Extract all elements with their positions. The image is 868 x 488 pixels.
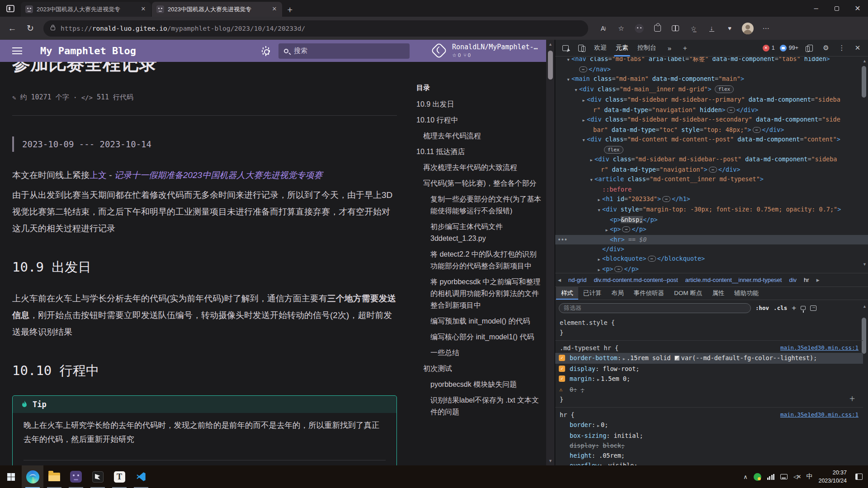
message-badge-icon[interactable] <box>780 45 787 52</box>
close-button[interactable]: ✕ <box>847 0 868 17</box>
address-bar[interactable]: https://ronald-luo.gitee.io/mypamphlet-b… <box>43 20 588 37</box>
expand-arrow-icon[interactable]: ▶ <box>588 155 594 165</box>
taskbar-explorer[interactable] <box>43 465 65 488</box>
toc-item[interactable]: 再次梳理去年代码的大致流程 <box>416 162 542 174</box>
tray-green-app-icon[interactable] <box>754 473 761 481</box>
tab-close-icon[interactable]: ✕ <box>139 5 147 14</box>
elements-tree[interactable]: ▼<nav class="md-tabs" aria-label="标签" da… <box>555 57 868 273</box>
expand-arrow-icon[interactable]: ▶ <box>580 116 587 125</box>
refresh-button[interactable]: ↻ <box>23 21 38 36</box>
color-swatch[interactable] <box>675 356 679 361</box>
css-property[interactable]: ✓border-bottom:▶.15rem solid var(--md-de… <box>555 353 863 364</box>
add-rule-icon[interactable]: ＋ <box>848 392 857 404</box>
expand-arrow-icon[interactable]: ▶ <box>596 255 602 264</box>
tree-node[interactable]: ▼<div class="md-main__inner md-grid">fle… <box>555 84 868 95</box>
collapsed-content-icon[interactable]: ⋯ <box>662 196 670 202</box>
downloads-icon[interactable]: ↓ <box>706 23 717 34</box>
add-panel-icon[interactable]: ＋ <box>678 41 692 55</box>
device-toolbar-icon[interactable] <box>574 41 588 55</box>
tree-node[interactable]: ▼<nav class="md-tabs" aria-label="标签" da… <box>555 57 868 65</box>
toc-item[interactable]: 编写核心部分 init_model1() 代码 <box>416 331 542 343</box>
collapsed-content-icon[interactable]: ⋯ <box>579 66 587 72</box>
collapsed-content-icon[interactable]: ⋯ <box>614 266 623 272</box>
tree-node[interactable]: bar" data-md-type="toc" style="top: 48px… <box>555 125 868 135</box>
tab-close-icon[interactable]: ✕ <box>270 5 278 14</box>
property-checkbox[interactable]: ✓ <box>559 355 565 361</box>
tree-node[interactable]: ▼<div style="margin-top: -30px; font-siz… <box>555 205 868 215</box>
more-tabs-icon[interactable]: » <box>663 41 676 55</box>
tree-node[interactable]: ▶<p>⋯</p> <box>555 225 868 235</box>
devtools-menu-icon[interactable]: ⋮ <box>835 41 849 55</box>
styles-filter-input[interactable]: 筛选器 <box>559 303 751 313</box>
favorite-star-icon[interactable]: ☆ <box>615 23 627 34</box>
tree-node[interactable]: </div> <box>555 244 868 254</box>
tree-node[interactable]: ▼<article class="md-content__inner md-ty… <box>555 174 868 185</box>
toc-item[interactable]: 识别结果label不保存为 .txt 文本文件的问题 <box>416 394 542 418</box>
toc-item[interactable]: 将 pyorbbecsdk 中之前编写和整理的相机调用功能和分割算法的文件整合到… <box>416 276 542 311</box>
styles-tab[interactable]: DOM 断点 <box>669 287 707 300</box>
tree-scroll-up-icon[interactable]: ▲ <box>863 59 867 63</box>
tree-node[interactable]: r" data-md-type="navigation" hidden>⋯</d… <box>555 105 868 115</box>
open-panel-icon[interactable] <box>810 305 816 311</box>
class-toggle[interactable]: .cls <box>774 305 787 311</box>
site-title[interactable]: My Pamphlet Blog <box>40 45 136 56</box>
css-property[interactable]: height: .05rem; <box>555 450 863 460</box>
toc-item[interactable]: 10.11 抵达酒店 <box>416 146 542 158</box>
tree-node[interactable]: ▶<div class="md-sidebar md-sidebar--post… <box>555 155 868 165</box>
expand-arrow-icon[interactable]: ▶ <box>580 96 587 105</box>
breadcrumb-item[interactable]: article.md-content__inner.md-typeset <box>685 277 782 283</box>
toc-item[interactable]: 将 detect2.2 中的队友打包的识别功能部分的代码整合到新项目中 <box>416 249 542 272</box>
toc-item[interactable]: 初步编写主体代码文件 3ddetect_1.23.py <box>416 221 542 244</box>
toc-item[interactable]: 10.10 行程中 <box>416 114 542 126</box>
css-property[interactable]: ⚠0: ; <box>555 385 863 394</box>
styles-tab[interactable]: 属性 <box>707 287 729 300</box>
collapsed-content-icon[interactable]: ⋯ <box>709 167 717 173</box>
collapsed-content-icon[interactable]: ⋯ <box>727 107 735 113</box>
tree-node[interactable]: ▶<h1 id="20233d">⋯</h1> <box>555 194 868 205</box>
breadcrumb-item[interactable]: div.md-content.md-content--post <box>594 277 678 283</box>
expand-arrow-icon[interactable]: ▼ <box>588 175 594 185</box>
devtools-tab[interactable]: 元素 <box>611 40 633 56</box>
tree-node[interactable]: ▶<blockquote>⋯</blockquote> <box>555 254 868 264</box>
expand-arrow-icon[interactable]: ▼ <box>565 75 571 84</box>
page-scrollbar[interactable]: ▲ ▼ <box>546 40 555 465</box>
lock-icon[interactable] <box>51 27 55 30</box>
tree-scroll-down-icon[interactable]: ▼ <box>863 262 867 267</box>
error-badge-icon[interactable]: ✕ <box>763 45 769 52</box>
link-previous-post[interactable]: 上文 <box>90 170 107 180</box>
tree-node[interactable]: ▶<div class="md-sidebar md-sidebar--seco… <box>555 115 868 125</box>
tree-node[interactable]: ▼<main class="md-main" data-md-component… <box>555 74 868 84</box>
css-selector[interactable]: hr { <box>560 410 575 420</box>
tree-node[interactable]: ▶<p>⋯</p> <box>555 264 868 273</box>
start-button[interactable] <box>0 465 22 488</box>
settings-menu-icon[interactable]: ⋯ <box>760 23 772 34</box>
scroll-up-icon[interactable]: ▲ <box>546 42 555 47</box>
tree-node-selected[interactable]: •••<hr> == $0 <box>555 235 868 244</box>
expand-arrow-icon[interactable]: ▼ <box>573 85 579 95</box>
theme-toggle-icon[interactable] <box>261 47 270 56</box>
css-selector[interactable]: element.style { <box>560 318 615 328</box>
styles-tab[interactable]: 布局 <box>607 287 629 300</box>
scroll-down-icon[interactable]: ▼ <box>546 459 555 463</box>
tree-node[interactable]: ▶<div class="md-sidebar md-sidebar--prim… <box>555 95 868 105</box>
styles-scroll-up-icon[interactable]: ▲ <box>863 304 867 309</box>
collapsed-content-icon[interactable]: ⋯ <box>648 256 656 262</box>
css-property[interactable]: box-sizing: initial; <box>555 431 863 441</box>
css-property[interactable]: ✓margin:▶1.5em 0; <box>555 374 863 385</box>
toc-item[interactable]: 编写预加载 init_model() 的代码 <box>416 315 542 327</box>
styles-tab[interactable]: 样式 <box>556 287 578 300</box>
breadcrumb-item[interactable]: hr <box>804 277 809 283</box>
expand-arrow-icon[interactable]: ▶ <box>596 195 602 205</box>
network-icon[interactable] <box>767 474 775 480</box>
brush-icon[interactable] <box>801 306 806 310</box>
toc-item[interactable]: 写代码(第一轮比赛)，整合各个部分 <box>416 178 542 189</box>
hover-state-toggle[interactable]: :hov <box>755 305 769 311</box>
styles-pane[interactable]: element.style {}.md-typeset hr {main.35e… <box>555 315 863 465</box>
property-checkbox[interactable]: ✓ <box>559 366 565 372</box>
extension-badge-icon[interactable] <box>633 23 645 34</box>
stylesheet-link[interactable]: main.35e1ed30.min.css:1 <box>780 343 859 353</box>
taskbar-edge[interactable] <box>22 465 43 488</box>
expand-arrow-icon[interactable]: ▼ <box>580 136 587 145</box>
volume-muted-icon[interactable]: ◁✕ <box>793 474 800 480</box>
minimize-button[interactable]: ─ <box>806 0 826 17</box>
